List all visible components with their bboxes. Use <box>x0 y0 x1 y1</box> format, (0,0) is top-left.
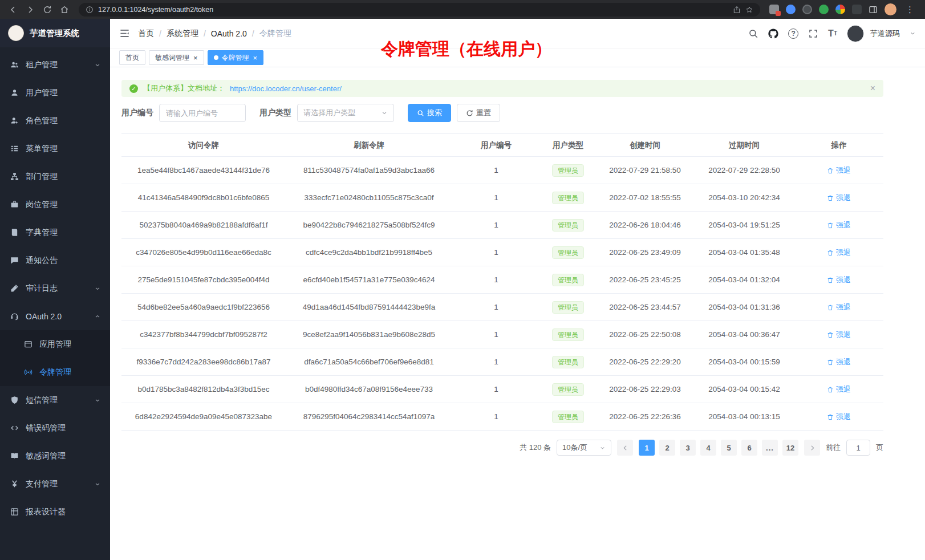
sidebar-item-oauth2-app[interactable]: 应用管理 <box>0 330 110 358</box>
page-button-12[interactable]: 12 <box>782 440 798 456</box>
sidebar-item-error-code[interactable]: 错误码管理 <box>0 414 110 442</box>
side-panel-icon[interactable] <box>869 5 878 14</box>
breadcrumb-item[interactable]: 首页 <box>138 29 154 39</box>
created-at-cell: 2022-06-25 23:49:09 <box>596 239 694 266</box>
force-logout-button[interactable]: 强退 <box>827 275 851 285</box>
app-logo[interactable]: 芋道管理系统 <box>0 19 110 47</box>
page-button-6[interactable]: 6 <box>741 440 757 456</box>
breadcrumb-item[interactable]: 系统管理 <box>167 29 198 39</box>
force-logout-button[interactable]: 强退 <box>827 330 851 340</box>
force-logout-label: 强退 <box>836 302 851 313</box>
browser-profile-avatar[interactable] <box>885 3 896 15</box>
page-button-5[interactable]: 5 <box>721 440 737 456</box>
users-icon <box>10 60 19 69</box>
force-logout-button[interactable]: 强退 <box>827 302 851 313</box>
refresh-token-cell: b0df4980ffd34c67a08f9156e4eee733 <box>286 376 452 403</box>
sidebar-item-sensitive-word[interactable]: 敏感词管理 <box>0 442 110 470</box>
force-logout-button[interactable]: 强退 <box>827 384 851 395</box>
force-logout-button[interactable]: 强退 <box>827 357 851 367</box>
browser-home-button[interactable] <box>57 2 72 17</box>
access-token-cell: 275e5de9151045fe87cbdc395e004f4d <box>121 266 286 294</box>
force-logout-label: 强退 <box>836 247 851 258</box>
page-button-2[interactable]: 2 <box>659 440 675 456</box>
extension-icon-devtools[interactable] <box>769 5 779 14</box>
browser-forward-button[interactable] <box>23 2 38 17</box>
alert-doc-link[interactable]: https://doc.iocoder.cn/user-center/ <box>230 84 342 93</box>
browser-reload-button[interactable] <box>40 2 55 17</box>
user-id-input[interactable] <box>159 104 246 122</box>
reset-button-label: 重置 <box>476 108 491 118</box>
force-logout-button[interactable]: 强退 <box>827 193 851 203</box>
force-logout-button[interactable]: 强退 <box>827 165 851 176</box>
page-size-select[interactable]: 10条/页 <box>557 440 611 456</box>
sidebar-item-dept[interactable]: 部门管理 <box>0 163 110 190</box>
reset-button[interactable]: 重置 <box>457 104 500 122</box>
sidebar-item-label: 角色管理 <box>26 116 101 126</box>
share-icon[interactable] <box>733 6 741 14</box>
pagination-ellipsis[interactable]: ... <box>762 440 778 456</box>
github-icon[interactable] <box>768 29 778 39</box>
prev-page-button[interactable] <box>617 440 633 456</box>
created-at-cell: 2022-06-25 22:50:08 <box>596 321 694 348</box>
alert-close-icon[interactable]: × <box>870 83 875 94</box>
url-text: 127.0.0.1:1024/system/oauth2/token <box>98 6 728 14</box>
extension-icon-dark[interactable] <box>802 5 812 14</box>
sidebar-item-oauth2[interactable]: OAuth 2.0 <box>0 302 110 330</box>
search-button[interactable]: 搜索 <box>408 104 451 122</box>
page-button-3[interactable]: 3 <box>680 440 696 456</box>
force-logout-label: 强退 <box>836 357 851 367</box>
browser-menu-icon[interactable]: ⋮ <box>903 5 917 15</box>
extension-icon-colorful[interactable] <box>835 5 845 14</box>
bookmark-star-icon[interactable] <box>745 6 753 14</box>
user-avatar[interactable] <box>847 25 864 42</box>
force-logout-button[interactable]: 强退 <box>827 247 851 258</box>
tab-close-icon[interactable]: × <box>253 54 258 62</box>
sidebar-item-report-designer[interactable]: 报表设计器 <box>0 498 110 526</box>
access-token-cell: 502375b8040a469a9b82188afdf6af1f <box>121 212 286 239</box>
sidebar-item-user[interactable]: 用户管理 <box>0 79 110 107</box>
sidebar-item-label: 应用管理 <box>39 339 101 350</box>
extension-icon-blue[interactable] <box>786 5 796 14</box>
user-type-select[interactable]: 请选择用户类型 <box>297 104 394 122</box>
font-size-icon[interactable]: TT <box>828 29 837 39</box>
force-logout-button[interactable]: 强退 <box>827 220 851 230</box>
user-type-tag: 管理员 <box>552 246 584 259</box>
tab-token[interactable]: 令牌管理× <box>208 50 264 65</box>
sidebar-item-label: 令牌管理 <box>39 367 101 378</box>
address-bar[interactable]: 127.0.0.1:1024/system/oauth2/token <box>79 3 760 17</box>
tab-close-icon[interactable]: × <box>193 54 198 62</box>
collapse-sidebar-icon[interactable] <box>119 28 130 39</box>
refresh-token-cell: be90422b8c7946218275a508bf524fc9 <box>286 212 452 239</box>
sidebar-item-role[interactable]: 角色管理 <box>0 107 110 135</box>
user-menu-caret-icon[interactable] <box>910 30 916 36</box>
user-type-cell: 管理员 <box>540 239 596 266</box>
tab-home[interactable]: 首页 <box>119 50 145 65</box>
trash-icon <box>827 386 834 393</box>
search-icon[interactable] <box>748 29 758 39</box>
sidebar-item-notice[interactable]: 通知公告 <box>0 246 110 274</box>
sidebar-item-menu[interactable]: 菜单管理 <box>0 135 110 163</box>
help-icon[interactable]: ? <box>788 29 798 39</box>
site-info-icon[interactable] <box>86 6 94 14</box>
breadcrumb-separator: / <box>159 29 161 38</box>
sidebar-item-sms[interactable]: 短信管理 <box>0 386 110 414</box>
fullscreen-icon[interactable] <box>808 29 818 39</box>
browser-back-button[interactable] <box>6 2 21 17</box>
force-logout-button[interactable]: 强退 <box>827 412 851 422</box>
tab-sensitive-word[interactable]: 敏感词管理× <box>149 50 204 65</box>
sidebar-item-oauth2-token[interactable]: 令牌管理 <box>0 358 110 386</box>
page-button-1[interactable]: 1 <box>639 440 655 456</box>
sidebar-item-post[interactable]: 岗位管理 <box>0 190 110 218</box>
sidebar-item-tenant[interactable]: 租户管理 <box>0 51 110 79</box>
sidebar-item-label: 错误码管理 <box>26 423 101 433</box>
sidebar-item-dict[interactable]: 字典管理 <box>0 218 110 246</box>
page-button-4[interactable]: 4 <box>700 440 716 456</box>
extension-icon-cube[interactable] <box>852 5 862 14</box>
extension-icon-green[interactable] <box>819 5 829 14</box>
breadcrumb-item[interactable]: OAuth 2.0 <box>211 29 247 38</box>
user-type-cell: 管理员 <box>540 321 596 348</box>
sidebar-item-audit-log[interactable]: 审计日志 <box>0 274 110 302</box>
next-page-button[interactable] <box>804 440 820 456</box>
goto-page-input[interactable] <box>846 440 870 456</box>
sidebar-item-pay[interactable]: 支付管理 <box>0 470 110 498</box>
